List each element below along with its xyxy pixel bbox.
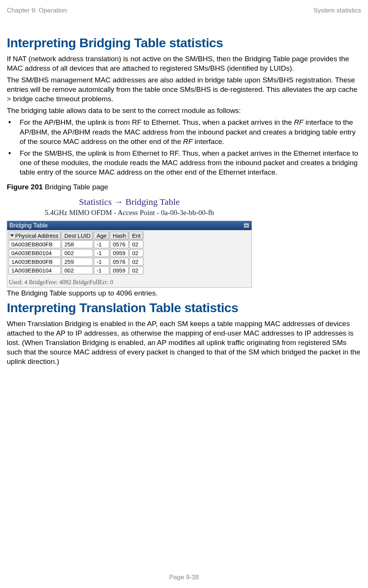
bullet-1-d: RF: [183, 138, 193, 145]
figure-caption: Figure 201 Bridging Table page: [7, 183, 361, 191]
bullet-1-text: For the AP/BHM, the uplink is from RF to…: [20, 118, 361, 146]
table-wrap: Physical Address Dest LUID Age Hash Ent …: [7, 230, 252, 276]
cell: 0959: [110, 249, 129, 257]
figure-area: Statistics → Bridging Table 5.4GHz MIMO …: [7, 193, 252, 288]
cell: 02: [129, 258, 143, 266]
arrow-icon: →: [114, 197, 123, 207]
panel-title: Bridging Table: [9, 222, 48, 229]
panel-footer: Used: 4 BridgeFree: 4092 BridgeFullErr: …: [7, 276, 252, 287]
cell: 002: [62, 249, 93, 257]
cell: 1A003EBB0104: [9, 266, 61, 274]
collapse-icon[interactable]: [244, 223, 249, 228]
table-header-row: Physical Address Dest LUID Age Hash Ent: [9, 232, 143, 240]
header-left: Chapter 9: Operation: [7, 7, 67, 14]
table-row: 0A003EBB0104 002 -1 0959 02: [9, 249, 143, 257]
cell: 0576: [110, 240, 129, 248]
bullet-1-e: interface.: [193, 138, 224, 145]
figure-title: Statistics → Bridging Table: [7, 193, 252, 209]
figure-caption-bold: Figure 201: [7, 183, 43, 191]
bullet-2-text: For the SM/BHS, the uplink is from Ether…: [20, 149, 361, 177]
figure-title-left: Statistics: [79, 197, 114, 207]
col-hash[interactable]: Hash: [110, 232, 129, 240]
col-dest-luid[interactable]: Dest LUID: [62, 232, 93, 240]
bullet-list: • For the AP/BHM, the uplink is from RF …: [8, 118, 361, 176]
section1-p2: The SM/BHS management MAC addresses are …: [7, 75, 361, 104]
section1-p1: If NAT (network address translation) is …: [7, 54, 361, 73]
panel-header: Bridging Table: [7, 221, 252, 230]
page-header: Chapter 9: Operation System statistics: [7, 0, 361, 14]
bullet-1: • For the AP/BHM, the uplink is from RF …: [8, 118, 361, 146]
section2-p1: When Translation Bridging is enabled in …: [7, 319, 361, 366]
table-row: 1A003EBB00FB 259 -1 0576 02: [9, 258, 143, 266]
header-right: System statistics: [313, 7, 361, 14]
section1-title: Interpreting Bridging Table statistics: [7, 36, 361, 50]
bullet-1-b: RF: [294, 118, 303, 126]
cell: -1: [94, 266, 109, 274]
section2-title: Interpreting Translation Table statistic…: [7, 300, 361, 315]
bullet-2: • For the SM/BHS, the uplink is from Eth…: [8, 149, 361, 177]
table-row: 0A003EBB00FB 258 -1 0576 02: [9, 240, 143, 248]
col-ent[interactable]: Ent: [129, 232, 143, 240]
cell: -1: [94, 249, 109, 257]
cell: -1: [94, 258, 109, 266]
cell: 0959: [110, 266, 129, 274]
cell: -1: [94, 240, 109, 248]
figure-title-right: Bridging Table: [123, 197, 180, 207]
cell: 002: [62, 266, 93, 274]
table-row: 1A003EBB0104 002 -1 0959 02: [9, 266, 143, 274]
page-footer: Page 9-38: [0, 574, 368, 581]
bullet-dot-icon: •: [8, 149, 20, 158]
cell: 1A003EBB00FB: [9, 258, 61, 266]
section1-p3: The bridging table allows data to be sen…: [7, 106, 361, 115]
cell: 0A003EBB00FB: [9, 240, 61, 248]
bridging-table-panel: Bridging Table Physical Address Dest LUI…: [7, 221, 252, 288]
cell: 0576: [110, 258, 129, 266]
cell: 258: [62, 240, 93, 248]
col-age[interactable]: Age: [94, 232, 109, 240]
cell: 02: [129, 266, 143, 274]
bridging-table: Physical Address Dest LUID Age Hash Ent …: [8, 231, 144, 275]
cell: 259: [62, 258, 93, 266]
bullet-dot-icon: •: [8, 118, 20, 127]
col-physical-address[interactable]: Physical Address: [9, 232, 61, 240]
cell: 02: [129, 240, 143, 248]
cell: 0A003EBB0104: [9, 249, 61, 257]
bullet-1-a: For the AP/BHM, the uplink is from RF to…: [20, 118, 294, 126]
figure-caption-rest: Bridging Table page: [43, 183, 108, 191]
after-figure-text: The Bridging Table supports up to 4096 e…: [7, 289, 361, 297]
figure-subtitle: 5.4GHz MIMO OFDM - Access Point - 0a-00-…: [7, 209, 252, 221]
cell: 02: [129, 249, 143, 257]
